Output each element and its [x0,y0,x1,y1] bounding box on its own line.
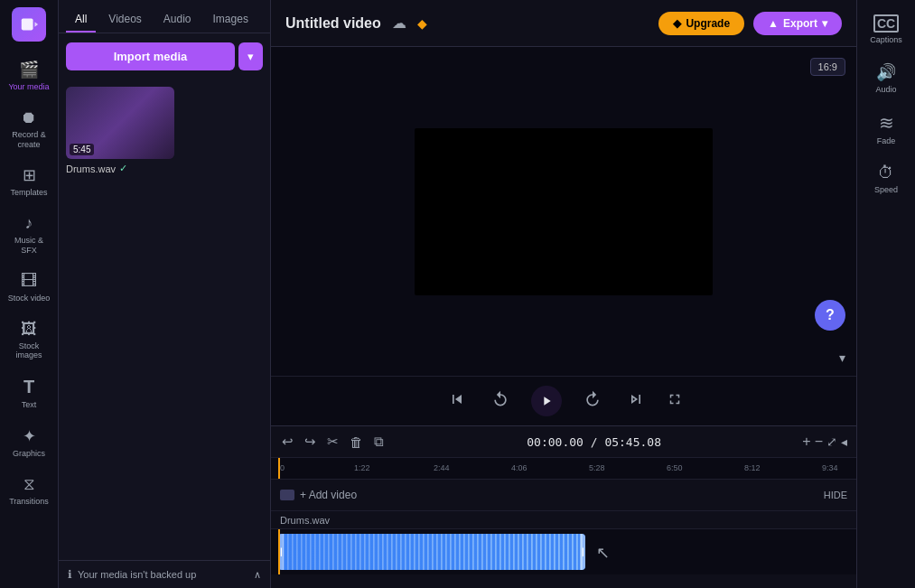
ruler-mark-2: 2:44 [434,463,450,472]
text-icon: T [23,377,34,397]
upgrade-button[interactable]: ◆ Upgrade [658,12,744,35]
forward-button[interactable] [580,387,605,416]
audio-waveform-bar[interactable]: ┃ ┃ [278,534,585,570]
record-icon: ⏺ [21,108,37,127]
speed-icon: ⏱ [878,163,894,182]
diamond-icon: ◆ [417,16,427,31]
right-sidebar-item-captions[interactable]: CC Captions [860,7,912,51]
sidebar-item-record-create[interactable]: ⏺ Record & create [3,101,55,157]
tab-videos[interactable]: Videos [99,7,150,33]
ruler-mark-4: 5:28 [589,463,605,472]
sidebar-item-label: Transitions [9,497,49,507]
backup-expand-icon[interactable]: ∧ [254,569,261,581]
top-bar-right: ◆ Upgrade ▲ Export ▾ [658,12,842,35]
right-sidebar-item-audio[interactable]: 🔊 Audio [860,55,912,101]
sidebar-item-label: Stock video [8,294,51,303]
tab-audio[interactable]: Audio [154,7,201,33]
export-arrow-icon: ▲ [768,17,779,30]
sidebar-item-templates[interactable]: ⊞ Templates [3,158,55,205]
timeline-ruler: 0 1:22 2:44 4:06 5:28 6:50 8:12 9:34 [271,458,856,480]
ruler-mark-3: 4:06 [511,463,528,472]
media-duration: 5:45 [70,144,94,155]
sidebar-item-label: Text [22,400,37,410]
scroll-indicator: ▾ [839,350,845,365]
check-icon: ✓ [119,163,127,174]
import-button-row: Import media ▾ [59,33,270,79]
ruler-mark-7: 9:34 [822,463,838,472]
redo-button[interactable]: ↪ [303,432,318,452]
audio-waveform-row: ┃ ┃ ↖ [271,529,856,574]
preview-area: 16:9 ? ▾ [271,47,856,376]
rewind-button[interactable] [488,387,513,416]
sidebar-item-label: Graphics [13,449,45,459]
backup-message: Your media isn't backed up [78,569,196,580]
play-icon [539,394,554,408]
media-panel: All Videos Audio Images Import media ▾ 5… [59,0,271,588]
help-button[interactable]: ? [815,300,845,331]
export-button[interactable]: ▲ Export ▾ [753,12,842,35]
tab-all[interactable]: All [66,7,96,33]
music-icon: ♪ [25,214,33,233]
fullscreen-button[interactable] [667,391,683,411]
audio-track-name: Drums.wav [280,515,330,526]
project-title[interactable]: Untitled video [285,15,381,32]
logo-icon [19,14,39,34]
preview-video [415,128,713,295]
sidebar-item-label: Your media [8,82,49,92]
hide-track-button[interactable]: HIDE [824,490,847,500]
sidebar-item-music-sfx[interactable]: ♪ Music & SFX [3,207,55,263]
ruler-mark-6: 8:12 [744,463,761,472]
skip-back-button[interactable] [444,387,470,416]
main-content: Untitled video ☁ ◆ ◆ Upgrade ▲ Export ▾ … [271,0,856,588]
import-media-button[interactable]: Import media [66,42,235,70]
right-sidebar-item-label: Speed [874,185,898,194]
filename-label: Drums.wav [66,163,116,174]
tab-images[interactable]: Images [204,7,257,33]
media-tabs: All Videos Audio Images [59,0,270,33]
svg-marker-1 [34,22,38,27]
waveform-handle-right[interactable]: ┃ [580,534,585,570]
cut-button[interactable]: ✂ [325,432,341,452]
collapse-timeline-button[interactable]: ◂ [841,434,847,449]
copy-button[interactable]: ⧉ [372,432,386,452]
export-label: Export [783,17,817,30]
sidebar-item-stock-images[interactable]: 🖼 Stock images [3,313,55,369]
right-sidebar: CC Captions 🔊 Audio ≋ Fade ⏱ Speed [856,0,915,588]
skip-forward-icon [627,390,645,408]
sidebar-item-label: Templates [10,188,47,198]
skip-forward-button[interactable] [623,387,649,416]
delete-button[interactable]: 🗑 [348,433,365,452]
playhead-line [278,529,280,574]
sidebar-item-text[interactable]: T Text [3,369,55,417]
undo-button[interactable]: ↩ [280,432,295,452]
sidebar-item-transitions[interactable]: ⧖ Transitions [3,468,55,514]
play-button[interactable] [531,386,562,416]
zoom-out-button[interactable]: − [815,434,823,450]
import-media-arrow-button[interactable]: ▾ [238,42,263,70]
add-video-area[interactable]: + Add video [280,489,357,501]
ruler-mark-0: 0 [280,463,285,472]
transitions-icon: ⧖ [23,475,35,494]
time-separator: / [591,435,605,449]
left-sidebar: 🎬 Your media ⏺ Record & create ⊞ Templat… [0,0,59,588]
right-sidebar-item-label: Audio [875,85,896,94]
right-sidebar-item-speed[interactable]: ⏱ Speed [860,156,912,201]
fade-icon: ≋ [879,112,894,134]
audio-track-label: Drums.wav [271,511,856,529]
svg-rect-0 [22,19,33,31]
export-dropdown-icon: ▾ [822,17,827,30]
aspect-ratio-badge[interactable]: 16:9 [810,58,845,76]
media-filename-row: Drums.wav ✓ [66,163,263,174]
sidebar-item-graphics[interactable]: ✦ Graphics [3,419,55,466]
zoom-in-button[interactable]: + [802,434,810,450]
backup-bar: ℹ Your media isn't backed up ∧ [59,560,270,588]
graphics-icon: ✦ [23,426,36,446]
right-sidebar-item-fade[interactable]: ≋ Fade [860,105,912,153]
sidebar-item-stock-video[interactable]: 🎞 Stock video [3,265,55,311]
media-thumbnail[interactable]: 5:45 [66,87,174,159]
expand-timeline-button[interactable]: ⤢ [826,434,837,449]
top-bar: Untitled video ☁ ◆ ◆ Upgrade ▲ Export ▾ [271,0,856,47]
sidebar-item-your-media[interactable]: 🎬 Your media [3,52,55,99]
stock-video-icon: 🎞 [21,272,37,291]
sidebar-item-label: Record & create [6,130,51,150]
